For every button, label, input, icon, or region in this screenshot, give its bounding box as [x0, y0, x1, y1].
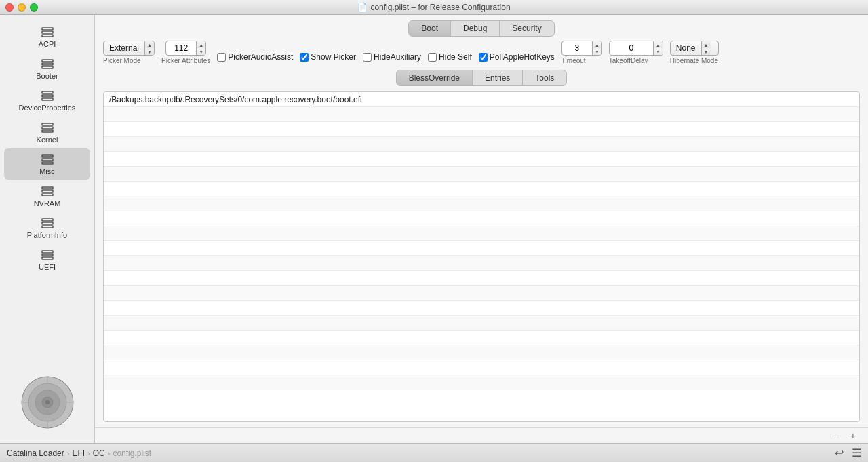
subtab-entries[interactable]: Entries — [473, 70, 523, 85]
sidebar-item-misc[interactable]: Misc — [4, 148, 90, 180]
svg-rect-11 — [42, 130, 53, 132]
sidebar-icon-nvram — [39, 184, 56, 198]
showpicker-label[interactable]: Show Picker — [311, 52, 356, 62]
hibernate-mode-select[interactable]: None ▲ ▼ — [670, 41, 719, 56]
timeout-label: Timeout — [561, 57, 586, 64]
hibernate-mode-up[interactable]: ▲ — [702, 41, 711, 48]
takeoffdelay-spinners: ▲ ▼ — [653, 41, 663, 55]
picker-mode-select[interactable]: External ▲ ▼ — [103, 41, 155, 56]
list-row[interactable] — [104, 107, 859, 122]
timeout-input[interactable] — [562, 41, 592, 55]
hibernate-mode-value: None — [671, 41, 701, 55]
takeoffdelay-up[interactable]: ▲ — [654, 41, 663, 48]
picker-mode-arrows[interactable]: ▲ ▼ — [144, 41, 154, 55]
tab-debug[interactable]: Debug — [451, 21, 500, 36]
list-row[interactable] — [104, 167, 859, 182]
picker-attributes-input-wrapper[interactable]: ▲ ▼ — [165, 41, 206, 56]
list-button[interactable]: ☰ — [852, 446, 861, 459]
picker-attributes-down[interactable]: ▼ — [197, 48, 205, 55]
sidebar-item-uefi[interactable]: UEFI — [4, 244, 90, 275]
list-row[interactable] — [104, 182, 859, 196]
bless-override-list[interactable]: /Backups.backupdb/.RecoverySets/0/com.ap… — [103, 91, 860, 422]
list-row[interactable] — [104, 286, 859, 301]
disk-icon — [20, 375, 75, 429]
breadcrumb-current: config.plist — [113, 448, 151, 458]
minimize-button[interactable] — [18, 3, 26, 12]
svg-rect-7 — [42, 95, 53, 97]
hibernate-mode-label: Hibernate Mode — [670, 57, 718, 64]
svg-point-28 — [45, 400, 50, 404]
picker-mode-down[interactable]: ▼ — [145, 48, 154, 55]
close-button[interactable] — [5, 3, 14, 12]
list-row[interactable]: /Backups.backupdb/.RecoverySets/0/com.ap… — [104, 92, 859, 107]
pickeraudioassist-label[interactable]: PickerAudioAssist — [228, 52, 293, 62]
takeoffdelay-input[interactable] — [610, 41, 653, 55]
hideauxiliary-checkbox[interactable] — [363, 53, 372, 62]
hideauxiliary-label[interactable]: HideAuxiliary — [374, 52, 421, 62]
list-row[interactable] — [104, 360, 859, 375]
takeoffdelay-input-wrapper[interactable]: ▲ ▼ — [609, 41, 663, 56]
list-row[interactable] — [104, 345, 859, 360]
sidebar-icon-uefi — [39, 248, 56, 261]
list-row[interactable] — [104, 301, 859, 316]
remove-button[interactable]: − — [831, 430, 842, 441]
timeout-field: ▲ ▼ Timeout — [561, 41, 602, 64]
picker-mode-field: External ▲ ▼ Picker Mode — [103, 41, 155, 64]
hibernate-mode-down[interactable]: ▼ — [702, 48, 711, 55]
list-row[interactable] — [104, 226, 859, 241]
hibernate-mode-arrows[interactable]: ▲ ▼ — [701, 41, 711, 55]
sidebar-item-deviceproperties[interactable]: DeviceProperties — [4, 85, 90, 116]
timeout-input-wrapper[interactable]: ▲ ▼ — [561, 41, 602, 56]
add-button[interactable]: + — [848, 430, 859, 441]
hideself-checkbox[interactable] — [428, 53, 437, 62]
sidebar: ACPI Booter DeviceProperties — [0, 15, 95, 443]
sidebar-item-acpi[interactable]: ACPI — [4, 21, 90, 52]
list-row[interactable] — [104, 375, 859, 390]
sidebar-label-deviceproperties: DeviceProperties — [19, 104, 76, 112]
svg-rect-19 — [42, 222, 53, 224]
list-row[interactable] — [104, 331, 859, 345]
bottom-bar: − + — [95, 427, 868, 443]
list-row[interactable] — [104, 271, 859, 286]
back-button[interactable]: ↩ — [835, 446, 844, 459]
sidebar-item-nvram[interactable]: NVRAM — [4, 180, 90, 211]
sidebar-icon-kernel — [39, 121, 56, 134]
timeout-down[interactable]: ▼ — [593, 48, 601, 55]
svg-rect-12 — [42, 155, 53, 157]
subtab-blessoverride[interactable]: BlessOverride — [397, 70, 473, 85]
maximize-button[interactable] — [30, 3, 38, 12]
picker-mode-value: External — [104, 41, 144, 55]
pollapplehotkeys-checkbox[interactable] — [479, 53, 488, 62]
list-row[interactable] — [104, 196, 859, 211]
showpicker-checkbox[interactable] — [300, 53, 309, 62]
breadcrumb-sep-3: › — [108, 449, 111, 457]
list-row[interactable] — [104, 316, 859, 331]
subtab-tools[interactable]: Tools — [523, 70, 566, 85]
subtab-bar: BlessOverride Entries Tools — [95, 66, 868, 86]
picker-attributes-input[interactable] — [166, 41, 196, 55]
list-row[interactable] — [104, 211, 859, 226]
sidebar-label-kernel: Kernel — [37, 135, 58, 144]
pollapplehotkeys-label[interactable]: PollAppleHotKeys — [490, 52, 555, 62]
list-row[interactable] — [104, 256, 859, 271]
pickeraudioassist-checkbox[interactable] — [217, 53, 226, 62]
picker-attributes-up[interactable]: ▲ — [197, 41, 205, 48]
list-row[interactable] — [104, 122, 859, 137]
svg-rect-17 — [42, 194, 53, 196]
svg-rect-13 — [42, 159, 53, 161]
sidebar-item-booter[interactable]: Booter — [4, 53, 90, 84]
sidebar-label-booter: Booter — [36, 72, 58, 80]
takeoffdelay-down[interactable]: ▼ — [654, 48, 663, 55]
tab-security[interactable]: Security — [500, 21, 553, 36]
list-row[interactable] — [104, 152, 859, 167]
picker-mode-up[interactable]: ▲ — [145, 41, 154, 48]
sidebar-item-platforminfo[interactable]: PlatformInfo — [4, 212, 90, 243]
sidebar-item-kernel[interactable]: Kernel — [4, 117, 90, 148]
hideself-label[interactable]: Hide Self — [439, 52, 472, 62]
tab-boot[interactable]: Boot — [409, 21, 451, 36]
checkbox-hideself: Hide Self — [428, 49, 472, 64]
timeout-up[interactable]: ▲ — [593, 41, 601, 48]
svg-rect-2 — [42, 35, 53, 37]
list-row[interactable] — [104, 241, 859, 256]
list-row[interactable] — [104, 137, 859, 152]
